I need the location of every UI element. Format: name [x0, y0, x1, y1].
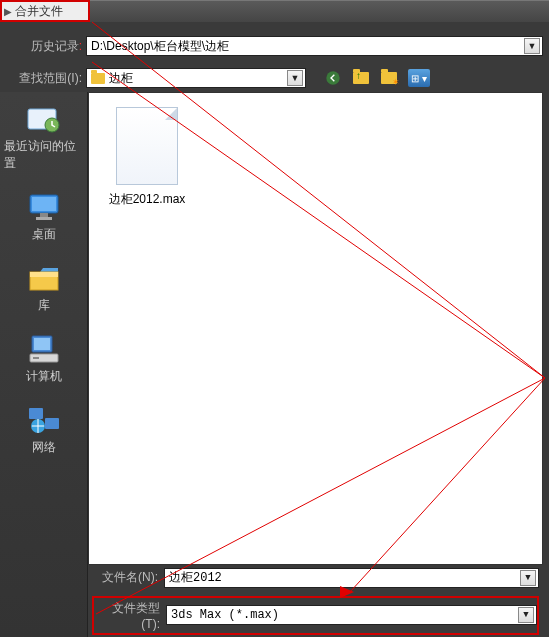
- filename-label: 文件名(N):: [92, 569, 164, 586]
- history-label: 历史记录:: [6, 38, 86, 55]
- computer-icon: [25, 332, 63, 366]
- svg-rect-8: [30, 272, 58, 277]
- file-thumbnail-icon: [116, 107, 178, 185]
- filetype-value: 3ds Max (*.max): [171, 608, 279, 622]
- sidebar-item-label: 库: [38, 297, 50, 314]
- history-value: D:\Desktop\柜台模型\边柜: [91, 38, 229, 55]
- titlebar-bg: [90, 0, 549, 22]
- back-icon[interactable]: [324, 69, 342, 87]
- filetype-combo[interactable]: 3ds Max (*.max) ▼: [166, 605, 537, 625]
- sidebar-item-label: 最近访问的位置: [4, 138, 84, 172]
- filename-row: 文件名(N): 边柜2012 ▼: [92, 568, 539, 588]
- svg-rect-6: [36, 217, 52, 220]
- history-row: 历史记录: D:\Desktop\柜台模型\边柜 ▼: [0, 32, 549, 60]
- network-icon: [25, 403, 63, 437]
- sidebar-item-label: 网络: [32, 439, 56, 456]
- lookin-label: 查找范围(I):: [6, 70, 86, 87]
- sidebar-item-computer[interactable]: 计算机: [4, 328, 84, 393]
- dropdown-arrow-icon[interactable]: ▼: [520, 570, 536, 586]
- library-icon: [25, 261, 63, 295]
- chevron-right-icon: ▶: [4, 6, 12, 17]
- title-text: 合并文件: [15, 3, 63, 20]
- dropdown-arrow-icon[interactable]: ▼: [518, 607, 534, 623]
- svg-rect-4: [32, 197, 56, 211]
- lookin-combo[interactable]: 边柜 ▼: [86, 68, 306, 88]
- svg-point-0: [326, 71, 339, 84]
- filename-value: 边柜2012: [169, 569, 222, 586]
- sidebar-item-library[interactable]: 库: [4, 257, 84, 322]
- sidebar-item-desktop[interactable]: 桌面: [4, 186, 84, 251]
- svg-rect-5: [40, 213, 48, 217]
- filetype-row: 文件类型(T): 3ds Max (*.max) ▼: [92, 596, 539, 635]
- sidebar-item-recent[interactable]: 最近访问的位置: [4, 98, 84, 180]
- toolbar-icons: ⊞ ▾: [324, 69, 430, 87]
- svg-rect-12: [33, 357, 39, 359]
- bottom-panel: 文件名(N): 边柜2012 ▼ 文件类型(T): 3ds Max (*.max…: [88, 565, 543, 637]
- view-menu-icon[interactable]: ⊞ ▾: [408, 69, 430, 87]
- file-list-area[interactable]: 边柜2012.max: [88, 92, 543, 565]
- dropdown-arrow-icon[interactable]: ▼: [524, 38, 540, 54]
- file-item-name: 边柜2012.max: [109, 192, 186, 206]
- svg-rect-14: [45, 418, 59, 429]
- filetype-label: 文件类型(T):: [94, 600, 166, 631]
- sidebar-item-network[interactable]: 网络: [4, 399, 84, 464]
- desktop-icon: [25, 190, 63, 224]
- file-item[interactable]: 边柜2012.max: [107, 107, 187, 208]
- lookin-row: 查找范围(I): 边柜 ▼ ⊞ ▾: [0, 64, 549, 92]
- svg-rect-10: [34, 338, 50, 350]
- lookin-value: 边柜: [109, 70, 133, 87]
- sidebar-item-label: 计算机: [26, 368, 62, 385]
- sidebar-item-label: 桌面: [32, 226, 56, 243]
- filename-combo[interactable]: 边柜2012 ▼: [164, 568, 539, 588]
- places-sidebar: 最近访问的位置 桌面 库 计算机 网络: [0, 92, 88, 637]
- dropdown-arrow-icon[interactable]: ▼: [287, 70, 303, 86]
- up-one-level-icon[interactable]: [352, 69, 370, 87]
- new-folder-icon[interactable]: [380, 69, 398, 87]
- svg-rect-13: [29, 408, 43, 419]
- history-combo[interactable]: D:\Desktop\柜台模型\边柜 ▼: [86, 36, 543, 56]
- dialog-title: ▶ 合并文件: [0, 0, 90, 22]
- folder-icon: [91, 73, 105, 84]
- recent-places-icon: [25, 102, 63, 136]
